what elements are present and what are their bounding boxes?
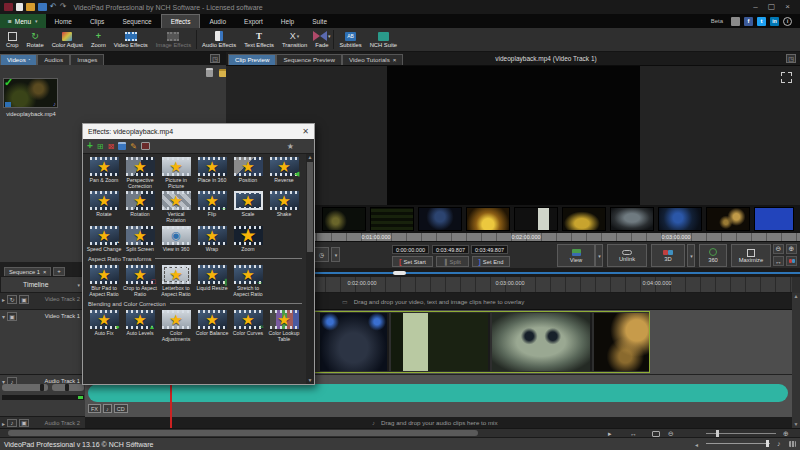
effect-picture-in-picture[interactable]: ★ Picture in Picture (158, 157, 194, 189)
facebook-icon[interactable]: f (744, 17, 753, 26)
tab-home[interactable]: Home (46, 14, 81, 28)
effect-rotate[interactable]: ★ Rotate (86, 191, 122, 223)
speaker-icon[interactable]: ♪ (7, 419, 17, 427)
track-pan-slider[interactable] (52, 384, 84, 391)
split-button[interactable]: ∥ Split (436, 256, 469, 267)
tab-help[interactable]: Help (272, 14, 303, 28)
effect-liquid-resize[interactable]: ★∥ Liquid Resize (194, 265, 230, 297)
effect-blur-pad[interactable]: ★ Blur Pad to Aspect Ratio (86, 265, 122, 297)
tab-clip-preview[interactable]: Clip Preview (228, 54, 276, 65)
effect-split-screen[interactable]: ★ Split Screen (122, 226, 158, 252)
fullscreen-icon[interactable] (781, 72, 792, 83)
linkedin-icon[interactable]: in (770, 17, 779, 26)
clip-cd-button[interactable]: CD (114, 404, 128, 413)
save-icon[interactable] (38, 3, 47, 11)
timeline-view-selector[interactable]: Timeline ▾ (0, 276, 85, 293)
add-effect-chain-icon[interactable]: ⊞ (97, 142, 104, 151)
tab-sequence-preview[interactable]: Sequence Preview (276, 54, 342, 65)
save-preset-icon[interactable] (118, 142, 126, 150)
thumbs-up-icon[interactable] (731, 17, 740, 26)
tab-audios[interactable]: Audios (37, 54, 70, 65)
volume-handle[interactable] (766, 440, 769, 447)
audio-waveform[interactable] (88, 384, 788, 402)
remove-effect-icon[interactable]: ⊠ (108, 142, 115, 151)
tab-images[interactable]: Images (70, 54, 104, 65)
effect-auto-levels[interactable]: ★▲ Auto Levels (122, 310, 158, 342)
effect-position[interactable]: ★ Position (230, 157, 266, 189)
edit-preset-icon[interactable]: ✎ (130, 142, 137, 151)
effect-auto-fix[interactable]: ★● Auto Fix (86, 310, 122, 342)
marker-icon[interactable]: ▲ (130, 440, 136, 446)
audio-effects-button[interactable]: Audio Effects (198, 28, 240, 51)
effect-scale[interactable]: ★ Scale (230, 191, 266, 223)
close-button[interactable]: × (785, 3, 790, 11)
tab-effects[interactable]: Effects (161, 14, 201, 28)
tab-clips[interactable]: Clips (81, 14, 113, 28)
view-dropdown[interactable]: ▾ (595, 244, 603, 267)
anaglyph-toggle-icon[interactable] (786, 256, 797, 266)
mixer-icon[interactable] (789, 441, 796, 447)
three-d-dropdown[interactable]: ▾ (687, 244, 695, 267)
rotate-button[interactable]: ↻ Rotate (23, 28, 48, 51)
timeline-vertical-scrollbar[interactable]: ▲ ▼ (792, 293, 800, 428)
add-effect-icon[interactable]: + (87, 141, 93, 151)
playback-options-button[interactable]: ◷ (314, 247, 329, 262)
color-adjust-button[interactable]: Color Adjust (48, 28, 87, 51)
view-button[interactable]: View (557, 244, 595, 267)
hscroll-thumb[interactable] (8, 430, 478, 436)
crop-button[interactable]: Crop (2, 28, 23, 51)
effect-vertical-rotation[interactable]: ★ Vertical Rotation (158, 191, 194, 223)
track-volume-slider[interactable] (2, 384, 48, 391)
effects-scrollbar[interactable]: ▲ ▼ (306, 154, 314, 384)
master-speaker-icon[interactable]: ♪ (777, 440, 781, 447)
effect-place-in-360[interactable]: ★ Place in 360 (194, 157, 230, 189)
maximize-button[interactable]: ▢ (768, 3, 776, 11)
effects-dialog-titlebar[interactable]: Effects: videoplayback.mp4 ✕ (83, 124, 314, 139)
effect-frame-icon[interactable] (141, 142, 150, 150)
effect-color-lookup-table[interactable]: ★ Color Lookup Table (266, 310, 302, 342)
scroll-up-icon[interactable]: ▲ (308, 154, 313, 161)
end-time-display[interactable]: 0:03:49.807 (471, 245, 508, 254)
audio-track-2-header[interactable]: ▸ ♪ ▣ Audio Track 2 (0, 417, 85, 428)
effect-color-adjustments[interactable]: ★ Color Adjustments (158, 310, 194, 342)
float-panel-icon[interactable]: ◳ (210, 54, 220, 63)
zoom-button[interactable]: + Zoom (87, 28, 110, 51)
effect-wrap[interactable]: ★ Wrap (194, 226, 230, 252)
video-track-1-header[interactable]: ▾ ▣ Video Track 1 (0, 310, 85, 375)
duration-display[interactable]: 0:03:49.807 (432, 245, 469, 254)
video-effects-button[interactable]: Video Effects (110, 28, 152, 51)
close-icon[interactable]: × (43, 269, 46, 275)
tab-video-tutorials[interactable]: Video Tutorials × (342, 54, 403, 65)
scrollbar-thumb[interactable] (307, 162, 313, 252)
scroll-down-icon[interactable]: ▼ (308, 377, 313, 384)
text-effects-button[interactable]: T Text Effects (240, 28, 278, 51)
nch-suite-button[interactable]: NCH Suite (366, 28, 401, 51)
new-project-icon[interactable] (16, 3, 23, 11)
info-icon[interactable]: i (783, 17, 792, 26)
clip-fx-button[interactable]: FX (88, 404, 101, 413)
menu-button[interactable]: ≡ Menu ▾ (0, 14, 46, 28)
video-frame[interactable] (387, 66, 640, 206)
zoom-in-icon[interactable]: ⊕ (786, 244, 797, 254)
effect-view-in-360[interactable]: ◉ View in 360 (158, 226, 194, 252)
playback-dropdown[interactable]: ▾ (331, 247, 340, 262)
collapse-track-icon[interactable]: ▾ (2, 312, 5, 320)
effect-speed-change[interactable]: ★◔ Speed Change (86, 226, 122, 252)
fade-button[interactable]: ▾ Fade (311, 28, 332, 51)
subtitles-button[interactable]: AB Subtitles (335, 28, 365, 51)
minimize-button[interactable]: – (753, 3, 757, 11)
timeline-horizontal-scrollbar[interactable]: ▸ ↔ ⊖ ⊕ (0, 428, 800, 437)
three-sixty-button[interactable]: 360 (699, 244, 727, 267)
scroll-up-icon[interactable]: ▲ (794, 294, 799, 299)
expand-track-icon[interactable]: ▸ (2, 295, 5, 303)
clip-mute-button[interactable]: ♪ (103, 404, 112, 413)
undo-icon[interactable]: ↶ (50, 3, 57, 11)
effect-color-curves[interactable]: ★≈ Color Curves (230, 310, 266, 342)
set-start-button[interactable]: [ Set Start (392, 256, 433, 267)
set-end-button[interactable]: ] Set End (472, 256, 510, 267)
maximize-preview-button[interactable]: Maximize (731, 244, 771, 267)
master-volume-slider[interactable] (706, 443, 770, 444)
volume-down-icon[interactable]: ◂ (695, 441, 698, 448)
effect-shake[interactable]: ★ Shake (266, 191, 302, 223)
scroll-down-icon[interactable]: ▼ (794, 422, 799, 427)
